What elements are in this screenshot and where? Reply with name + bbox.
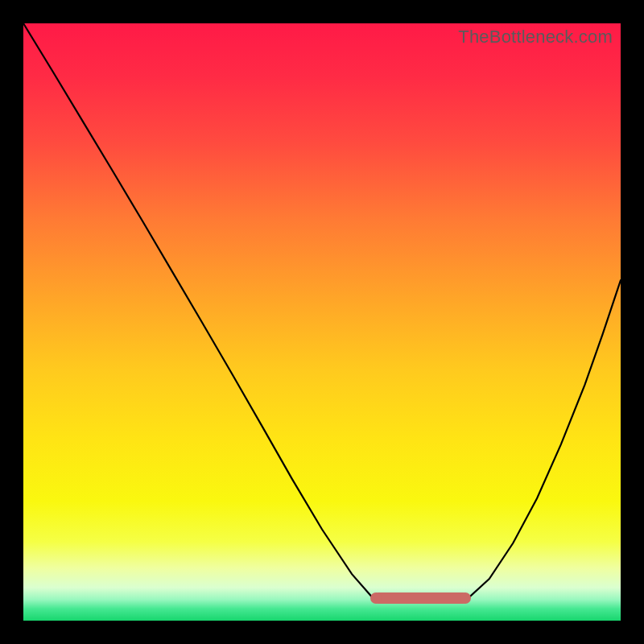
valley-dot-left: [370, 592, 382, 604]
chart-frame: TheBottleneck.com: [0, 0, 644, 644]
plot-area: TheBottleneck.com: [23, 23, 621, 621]
valley-dot-right: [460, 592, 471, 604]
bottleneck-curve: [23, 23, 621, 621]
valley-flat-indicator: [373, 592, 469, 604]
